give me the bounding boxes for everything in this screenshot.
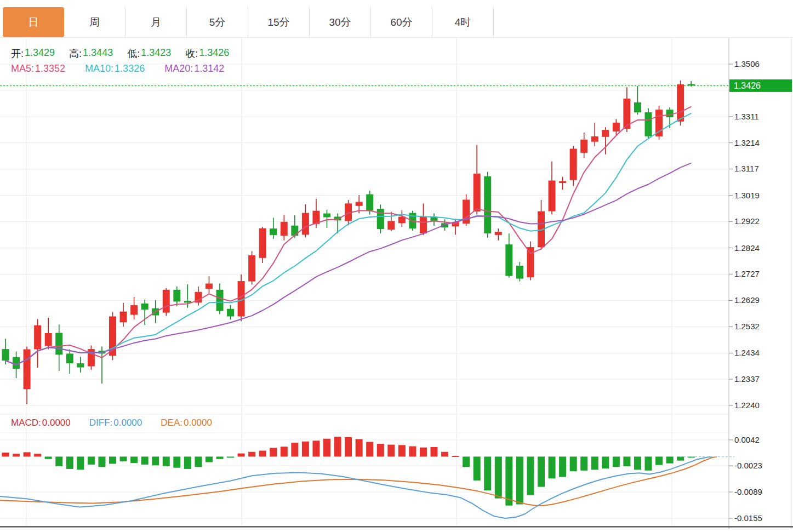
price-tick-label: 1.2434 <box>734 348 760 357</box>
macd-bar <box>655 456 663 465</box>
dea-value: 0.0000 <box>184 417 212 428</box>
high-value: 1.3443 <box>83 47 113 60</box>
macd-bar <box>184 456 191 469</box>
macd-bar <box>527 456 534 495</box>
candle-body <box>484 176 491 233</box>
close-value: 1.3426 <box>199 47 229 60</box>
low-label: 低: <box>127 47 140 60</box>
macd-bar <box>677 456 684 460</box>
macd-bar <box>366 442 373 457</box>
macd-bar <box>334 437 341 456</box>
tab-5min[interactable]: 5分 <box>187 7 248 37</box>
macd-bar <box>206 456 213 462</box>
macd-bar <box>227 456 234 457</box>
macd-bar <box>66 456 73 469</box>
macd-label: MACD: <box>11 417 41 428</box>
candle-body <box>248 255 255 282</box>
macd-bar <box>120 456 127 461</box>
candle-body <box>356 202 363 205</box>
macd-bar <box>441 452 448 457</box>
candle-body <box>366 195 373 211</box>
macd-bar <box>281 447 288 456</box>
candle-body <box>45 333 52 346</box>
tab-30min[interactable]: 30分 <box>310 7 371 37</box>
macd-tick-label: 0.0042 <box>734 435 760 444</box>
macd-bar <box>580 456 587 470</box>
macd-histogram <box>2 437 695 506</box>
price-tick-label: 1.3214 <box>734 138 760 147</box>
macd-bar <box>377 444 384 456</box>
ma-line-ma20 <box>5 163 691 365</box>
candle-body <box>77 363 84 367</box>
macd-bar <box>452 456 459 457</box>
candle-body <box>281 222 288 236</box>
price-tick-label: 1.2532 <box>734 322 760 331</box>
candlestick-chart[interactable]: 1.35061.33111.32141.31171.30191.29221.28… <box>0 0 793 532</box>
ma5-label: MA5: <box>11 63 34 75</box>
macd-bar <box>270 448 277 456</box>
candle-body <box>173 290 180 302</box>
price-tick-label: 1.2922 <box>734 216 760 226</box>
candle-body <box>130 305 138 315</box>
tab-month[interactable]: 月 <box>125 7 187 37</box>
candle-body <box>55 333 62 355</box>
current-price-tag-value: 1.3426 <box>734 81 761 90</box>
macd-bar <box>24 452 31 456</box>
tab-4hour[interactable]: 4时 <box>432 7 494 37</box>
macd-bar <box>549 456 556 478</box>
header-divider <box>0 37 793 38</box>
dea-label: DEA: <box>161 417 182 428</box>
macd-bar <box>152 456 159 465</box>
macd-tick-label: -0.0023 <box>734 461 762 470</box>
ma5-value: 1.3352 <box>35 63 65 75</box>
candle-body <box>505 244 512 276</box>
candle-body <box>88 349 95 366</box>
macd-bar <box>484 456 491 490</box>
candle-body <box>216 290 224 311</box>
candle-body <box>120 312 127 323</box>
macd-tick-label: -0.0155 <box>734 513 762 523</box>
macd-bar <box>623 456 630 466</box>
open-value: 1.3429 <box>25 47 55 60</box>
macd-bar <box>559 456 566 477</box>
candle-body <box>377 209 384 229</box>
macd-bar <box>13 454 20 456</box>
ma20-label: MA20: <box>164 63 193 75</box>
macd-bar <box>259 451 266 457</box>
macd-bar <box>409 447 416 457</box>
macd-bar <box>88 456 95 465</box>
macd-bar <box>463 456 470 467</box>
macd-bar <box>495 456 502 498</box>
macd-axis: 0.0042-0.0023-0.0089-0.0155 <box>729 435 762 523</box>
macd-bar <box>216 456 224 459</box>
macd-bar <box>398 445 406 456</box>
ma-legend: MA5: 1.3352 MA10: 1.3326 MA20: 1.3142 <box>11 63 224 75</box>
ma-line-ma5 <box>5 107 691 365</box>
tab-15min[interactable]: 15分 <box>248 7 310 37</box>
ma10-label: MA10: <box>85 63 113 75</box>
macd-bar <box>302 442 309 457</box>
macd-bar <box>163 456 170 466</box>
kline-app: 日 周 月 5分 15分 30分 60分 4时 开:1.3429 高:1.344… <box>0 0 793 532</box>
macd-value: 0.0000 <box>42 417 71 428</box>
macd-bar <box>634 456 641 470</box>
tab-week[interactable]: 周 <box>64 7 125 37</box>
diff-value: 0.0000 <box>113 417 142 428</box>
tab-60min[interactable]: 60分 <box>371 7 432 37</box>
candle-body <box>677 84 684 122</box>
grid-lines <box>0 37 793 529</box>
ma10-value: 1.3326 <box>115 63 145 75</box>
candle-body <box>602 130 609 137</box>
price-tick-label: 1.3506 <box>734 59 760 68</box>
macd-bar <box>591 456 598 470</box>
macd-bar <box>387 445 395 457</box>
candle-body <box>387 221 395 230</box>
candle-body <box>291 226 298 236</box>
dea-line <box>0 456 717 505</box>
macd-bar <box>613 456 620 467</box>
price-tick-label: 1.3019 <box>734 191 760 200</box>
tab-day[interactable]: 日 <box>3 7 64 37</box>
macd-bar <box>141 456 149 465</box>
macd-bar <box>2 453 9 456</box>
candle-body <box>591 136 598 142</box>
